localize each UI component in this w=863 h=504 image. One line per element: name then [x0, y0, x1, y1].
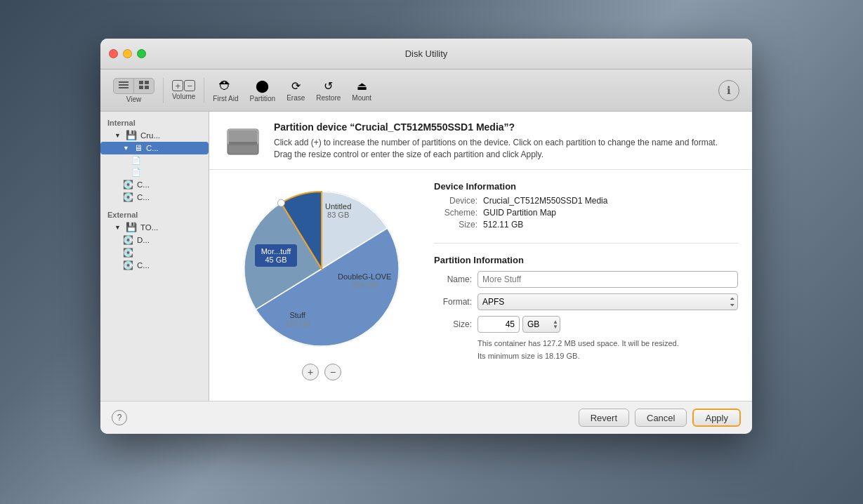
svg-rect-9 [229, 131, 257, 143]
sidebar-item-d[interactable]: 💽 D... [100, 234, 209, 246]
view-group[interactable]: View [107, 75, 160, 106]
format-select-wrap: APFS Mac OS Extended (Journaled) ExFAT M… [477, 293, 738, 310]
sidebar-item-label-c3: C... [137, 193, 150, 201]
svg-rect-6 [145, 86, 149, 89]
pie-chart-svg [234, 181, 409, 357]
svg-rect-4 [145, 81, 149, 84]
add-partition-button[interactable]: + [302, 364, 319, 380]
svg-rect-2 [119, 87, 129, 88]
cancel-button[interactable]: Cancel [635, 409, 687, 427]
partition-info-header: Partition device “Crucial_CT512M550SSD1 … [274, 121, 738, 161]
pie-resize-handle[interactable] [277, 199, 284, 206]
device-info-size-row: Size: 512.11 GB [434, 220, 738, 230]
help-button[interactable]: ? [112, 410, 127, 425]
toolbar-separator-2 [204, 78, 204, 103]
partition-header-title: Partition device “Crucial_CT512M550SSD1 … [274, 121, 738, 133]
sidebar-item-sub2[interactable]: 📄 [100, 166, 209, 178]
disclosure-arrow-3[interactable]: ▼ [114, 224, 121, 231]
first-aid-button[interactable]: ⛑ First Aid [207, 76, 244, 105]
svg-rect-3 [139, 81, 143, 84]
right-panel: Device Information Device: Crucial_CT512… [434, 181, 738, 390]
partition-button[interactable]: ⬤ Partition [244, 76, 281, 105]
toolbar-separator-1 [163, 78, 164, 103]
pie-buttons: + − [302, 364, 341, 380]
partition-header-description: Click add (+) to increase the number of … [274, 137, 738, 161]
svg-rect-1 [119, 84, 129, 86]
maximize-button[interactable] [137, 49, 146, 58]
sidebar-item-label-c2: C... [137, 180, 150, 189]
sidebar-external-header: External [100, 208, 209, 220]
info-icon: ℹ [718, 80, 739, 101]
disk-utility-window: Disk Utility View + − Volume [100, 39, 752, 434]
titlebar: Disk Utility [100, 39, 752, 69]
remove-partition-button[interactable]: − [324, 364, 341, 380]
erase-label: Erase [286, 94, 305, 102]
restore-button[interactable]: ↺ Restore [310, 77, 346, 105]
size-hint: This container has 127.2 MB used space. … [434, 338, 738, 362]
format-form-label: Format: [434, 297, 477, 307]
size-unit-wrap: GB MB TB ▲▼ [522, 316, 560, 333]
view-icons-button[interactable] [134, 79, 154, 93]
sidebar-item-label-cru: Cru... [140, 131, 160, 140]
sidebar-item-to[interactable]: ▼ 💾 TO... [100, 220, 209, 234]
window-title: Disk Utility [405, 48, 448, 59]
scheme-value: GUID Partition Map [483, 208, 556, 218]
size-input-group: GB MB TB ▲▼ [477, 316, 560, 333]
info-button[interactable]: ℹ [713, 77, 745, 104]
name-input[interactable] [477, 271, 738, 288]
window-body: Internal ▼ 💾 Cru... ▼ 🖥 C... 📄 📄 💽 [100, 112, 752, 401]
disclosure-arrow-1[interactable]: ▼ [114, 132, 121, 139]
device-info-scheme-row: Scheme: GUID Partition Map [434, 208, 738, 218]
size-row: Size: GB MB TB [434, 316, 738, 333]
sidebar-item-ext2[interactable]: 💽 [100, 246, 209, 259]
restore-label: Restore [316, 94, 341, 102]
sidebar-item-cru[interactable]: ▼ 💾 Cru... [100, 128, 209, 142]
svg-rect-5 [139, 86, 143, 89]
sidebar-item-ext3[interactable]: 💽 C... [100, 259, 209, 272]
window-footer: ? Revert Cancel Apply [100, 401, 752, 434]
disk-drive-icon [223, 122, 263, 161]
partition-body: Untitled 83 GB DoubleG-LOVE 256 GB Stuff… [209, 170, 752, 401]
sidebar: Internal ▼ 💾 Cru... ▼ 🖥 C... 📄 📄 💽 [100, 112, 209, 401]
sidebar-item-label-ext3: C... [137, 261, 150, 270]
view-label: View [126, 95, 142, 103]
volume-button[interactable]: + − Volume [166, 77, 201, 103]
close-button[interactable] [109, 49, 118, 58]
disclosure-arrow-2[interactable]: ▼ [123, 145, 129, 152]
chart-area: Untitled 83 GB DoubleG-LOVE 256 GB Stuff… [223, 181, 420, 390]
erase-button[interactable]: ⟳ Erase [281, 77, 310, 105]
name-row: Name: [434, 271, 738, 288]
sidebar-item-c3[interactable]: 💽 C... [100, 191, 209, 204]
mount-button[interactable]: ⏏ Mount [346, 77, 377, 105]
device-size-label: Size: [434, 220, 483, 230]
size-input[interactable] [477, 316, 520, 333]
device-info-title: Device Information [434, 181, 738, 192]
device-label: Device: [434, 196, 483, 206]
partition-label: Partition [249, 95, 275, 102]
device-value: Crucial_CT512M550SSD1 Media [483, 196, 607, 206]
view-list-button[interactable] [114, 79, 134, 93]
content-area: Partition device “Crucial_CT512M550SSD1 … [209, 112, 752, 401]
sidebar-item-c1[interactable]: ▼ 🖥 C... [100, 142, 209, 154]
size-hint-line2: Its minimum size is 18.19 GB. [477, 351, 738, 362]
traffic-lights [109, 49, 146, 58]
view-segmented-control[interactable] [113, 78, 154, 94]
format-select[interactable]: APFS Mac OS Extended (Journaled) ExFAT M… [477, 293, 738, 310]
apply-button[interactable]: Apply [692, 409, 741, 427]
mount-label: Mount [352, 94, 371, 102]
device-size-value: 512.11 GB [483, 220, 523, 230]
sidebar-item-sub1[interactable]: 📄 [100, 154, 209, 166]
partition-info-section: Partition Information Name: Format: APFS [434, 255, 738, 362]
scheme-label: Scheme: [434, 208, 483, 218]
svg-rect-0 [119, 81, 129, 83]
disk-icon-wrap [223, 121, 263, 162]
name-form-label: Name: [434, 274, 477, 284]
volume-label: Volume [172, 93, 195, 100]
sidebar-item-c2[interactable]: 💽 C... [100, 178, 209, 191]
sidebar-item-label-to: TO... [140, 223, 158, 232]
partition-info-title: Partition Information [434, 255, 738, 265]
revert-button[interactable]: Revert [579, 409, 629, 427]
sidebar-internal-header: Internal [100, 116, 209, 128]
size-unit-select[interactable]: GB MB TB [522, 316, 560, 333]
minimize-button[interactable] [123, 49, 132, 58]
